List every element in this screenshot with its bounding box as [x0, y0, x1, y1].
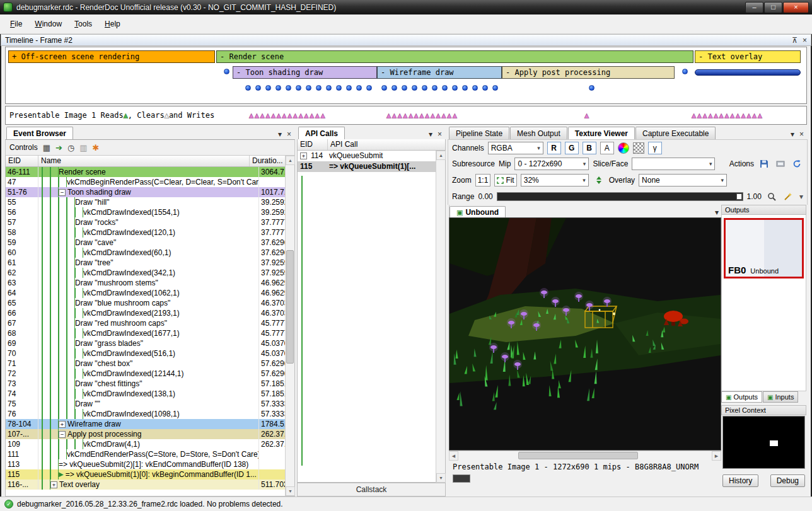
chevron-down-icon[interactable]: ▾: [278, 130, 282, 138]
pixel-context-view[interactable]: [722, 416, 805, 469]
event-row[interactable]: 64vkCmdDrawIndexed(1062,1)46.96296: [6, 288, 294, 298]
draw-call-dot[interactable]: [589, 85, 594, 91]
callstack-section[interactable]: Callstack: [297, 483, 446, 497]
twisty-icon[interactable]: +: [300, 152, 307, 159]
column-api-call[interactable]: API Call: [328, 139, 445, 150]
scroll-thumb[interactable]: [286, 250, 294, 364]
api-call-row[interactable]: +114vkQueueSubmit: [298, 151, 445, 161]
timeline-block-toon[interactable]: - Toon shading draw: [233, 66, 377, 79]
event-row[interactable]: 67Draw "red mushroom caps"45.77778: [6, 318, 294, 328]
close-icon[interactable]: ×: [799, 130, 804, 138]
event-row[interactable]: 66vkCmdDrawIndexed(2193,1)46.37037: [6, 308, 294, 318]
scroll-left-icon[interactable]: ◀: [449, 451, 458, 461]
overlay-select[interactable]: None ▾: [639, 174, 727, 187]
timeline-body[interactable]: + Off-screen scene rendering - Render sc…: [5, 47, 807, 104]
scroll-down-icon[interactable]: ▼: [436, 473, 446, 483]
event-row[interactable]: 115▶=> vkQueueSubmit(1)[0]: vkBeginComma…: [6, 469, 294, 479]
event-row[interactable]: 55Draw "hill"39.25926: [6, 197, 294, 207]
timeline-block-offscreen[interactable]: + Off-screen scene rendering: [8, 50, 215, 63]
timeline-block-post[interactable]: - Apply post processing: [502, 66, 675, 79]
twisty-icon[interactable]: +: [59, 421, 66, 428]
timeline-block-render-scene[interactable]: - Render scene: [216, 50, 693, 63]
draw-call-dot[interactable]: [422, 85, 427, 91]
menu-window[interactable]: Window: [28, 16, 68, 32]
close-icon[interactable]: ×: [803, 37, 807, 44]
column-eid[interactable]: EID: [6, 156, 38, 166]
channels-select[interactable]: RGBA ▾: [488, 142, 543, 154]
draw-call-dot[interactable]: [326, 85, 332, 91]
timeline-activity-bar[interactable]: [695, 69, 801, 76]
gamma-button[interactable]: γ: [648, 142, 662, 154]
checkerboard-icon[interactable]: [633, 142, 644, 154]
draw-call-dot[interactable]: [336, 85, 342, 91]
save-icon[interactable]: [758, 158, 770, 170]
event-row[interactable]: 78-104+Wireframe draw1784.5...: [6, 419, 294, 429]
event-row[interactable]: 116-...+Text overlay511.7037: [6, 479, 294, 490]
twisty-icon[interactable]: −: [59, 189, 66, 196]
usage-triangle-group[interactable]: ▲▲▲▲▲▲▲▲▲▲▲▲▲: [386, 111, 458, 120]
flip-y-icon[interactable]: [593, 174, 605, 187]
range-slider[interactable]: [497, 192, 743, 201]
event-row[interactable]: 46-111Render scene3064.7...: [6, 167, 294, 177]
event-row[interactable]: 51-76−Toon shading draw1017.7...: [6, 187, 294, 197]
event-row[interactable]: 47vkCmdBeginRenderPass(C=Clear, D=Clear,…: [6, 177, 294, 187]
timeline-block-text-overlay[interactable]: - Text overlay: [695, 50, 801, 63]
tab-mesh-output[interactable]: Mesh Output: [510, 127, 567, 139]
draw-call-dot[interactable]: [442, 85, 448, 91]
usage-triangle-group[interactable]: ▲▲▲▲▲▲▲▲▲▲▲▲▲▲: [249, 111, 326, 120]
history-button[interactable]: History: [722, 474, 758, 487]
debug-button[interactable]: Debug: [770, 474, 805, 487]
event-row[interactable]: 71Draw "chest box"57.62963: [6, 359, 294, 369]
channel-b-button[interactable]: B: [583, 142, 596, 154]
draw-call-dot[interactable]: [346, 85, 352, 91]
draw-call-dot[interactable]: [402, 85, 407, 91]
goto-event-icon[interactable]: ➔: [55, 144, 62, 152]
draw-call-dot[interactable]: [432, 85, 438, 91]
magnifier-icon[interactable]: [765, 190, 778, 203]
texture-tab-unbound[interactable]: ▣ Unbound: [450, 206, 506, 217]
menu-tools[interactable]: Tools: [68, 16, 98, 32]
column-name[interactable]: Name: [38, 156, 250, 166]
draw-call-dot[interactable]: [286, 85, 291, 91]
event-row[interactable]: 111vkCmdEndRenderPass(C=Store, D=Store, …: [6, 449, 294, 459]
auto-fit-wand-icon[interactable]: [782, 190, 794, 203]
event-row[interactable]: 76vkCmdDrawIndexed(1098,1)57.33333: [6, 409, 294, 419]
draw-call-dot[interactable]: [452, 85, 458, 91]
draw-call-dot[interactable]: [462, 85, 468, 91]
draw-call-dot[interactable]: [492, 85, 498, 91]
event-row[interactable]: 72vkCmdDrawIndexed(12144,1)57.62963: [6, 369, 294, 379]
event-row[interactable]: 65Draw "blue mushroom caps"46.37037: [6, 298, 294, 308]
draw-call-dot[interactable]: [224, 69, 229, 74]
draw-call-dot[interactable]: [276, 85, 281, 91]
channel-g-button[interactable]: G: [565, 142, 579, 154]
scroll-up-icon[interactable]: ▲: [286, 156, 295, 165]
event-row[interactable]: 73Draw "chest fittings"57.18518: [6, 379, 294, 389]
chevron-down-icon[interactable]: ▾: [715, 209, 719, 216]
draw-call-dot[interactable]: [255, 85, 261, 91]
event-row[interactable]: 60vkCmdDrawIndexed(60,1)37.62963: [6, 248, 294, 258]
usage-triangle-group[interactable]: ▲: [584, 111, 590, 120]
event-row[interactable]: 59Draw "cave"37.62963: [6, 238, 294, 248]
minimize-button[interactable]: –: [745, 2, 763, 13]
timeline-settings-icon[interactable]: ▦: [43, 144, 50, 152]
draw-call-dot[interactable]: [316, 85, 322, 91]
export-icon[interactable]: [774, 158, 787, 170]
api-calls-vscrollbar[interactable]: ▲ ▼: [436, 151, 445, 483]
menu-file[interactable]: File: [4, 16, 28, 32]
chevron-down-icon[interactable]: ▾: [791, 130, 794, 138]
pin-icon[interactable]: ⊼: [792, 37, 798, 44]
zoom-1to1-button[interactable]: 1:1: [475, 174, 491, 187]
draw-call-dot[interactable]: [296, 85, 301, 91]
color-wheel-icon[interactable]: [618, 142, 629, 154]
channel-a-button[interactable]: A: [600, 142, 614, 154]
draw-call-dot[interactable]: [245, 85, 251, 91]
tab-outputs[interactable]: ▣ Outputs: [721, 391, 762, 403]
event-row[interactable]: 107-...−Apply post processing262.37...: [6, 429, 294, 439]
tab-texture-viewer[interactable]: Texture Viewer: [568, 127, 635, 139]
event-row[interactable]: 56vkCmdDrawIndexed(1554,1)39.25926: [6, 207, 294, 217]
event-row[interactable]: 63Draw "mushroom stems"46.96296: [6, 278, 294, 288]
draw-call-dot[interactable]: [265, 85, 271, 91]
event-row[interactable]: 113=> vkQueueSubmit(2)[1]: vkEndCommandB…: [6, 459, 294, 469]
tab-api-calls[interactable]: API Calls: [298, 127, 345, 139]
close-button[interactable]: ×: [783, 2, 809, 13]
